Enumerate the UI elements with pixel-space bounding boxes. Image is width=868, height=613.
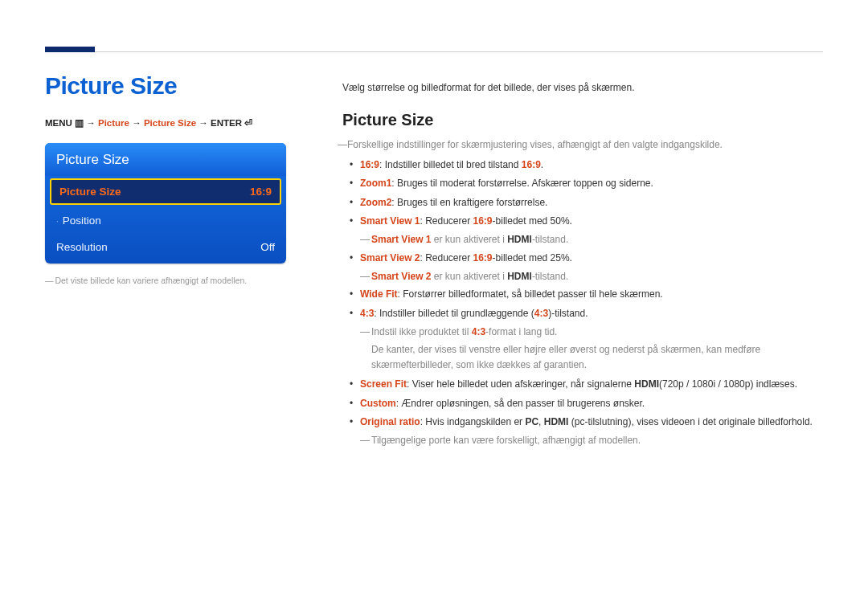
path-picture: Picture (98, 118, 129, 128)
list-item: 4:3: Indstiller billedet til grundlæggen… (360, 306, 823, 321)
arrow-icon: → (199, 118, 211, 128)
list-item: Zoom1: Bruges til moderat forstørrelse. … (360, 176, 823, 191)
section-marker (45, 47, 95, 52)
list-item: Custom: Ændrer opløsningen, så den passe… (360, 396, 823, 411)
osd-title: Picture Size (45, 143, 286, 176)
intro-text: Vælg størrelse og billedformat for det b… (342, 82, 823, 93)
menu-path: MENU ▥ → Picture → Picture Size → ENTER … (45, 117, 307, 129)
arrow-icon: → (132, 118, 144, 128)
submenu-marker-icon: · (56, 217, 59, 226)
option-list: Screen Fit: Viser hele billedet uden afs… (342, 377, 823, 430)
option-list: Wide Fit: Forstørrer billedformatet, så … (342, 287, 823, 321)
osd-row-label: Picture Size (59, 186, 121, 198)
osd-panel: Picture Size Picture Size 16:9 ·Position… (45, 143, 286, 264)
list-item: Screen Fit: Viser hele billedet uden afs… (360, 377, 823, 392)
footnote: ― Det viste billede kan variere afhængig… (45, 275, 307, 286)
osd-row-value: 16:9 (250, 186, 272, 198)
pre-note: ―Forskellige indstillinger for skærmjust… (342, 137, 823, 153)
horizontal-rule (95, 51, 823, 52)
menu-icon: ▥ (75, 117, 84, 129)
sub-note: ―Smart View 2 er kun aktiveret i HDMI-ti… (342, 269, 823, 284)
section-heading: Picture Size (342, 111, 823, 129)
enter-label: ENTER (211, 118, 242, 128)
list-item: Wide Fit: Forstørrer billedformatet, så … (360, 287, 823, 302)
page-title: Picture Size (45, 72, 307, 100)
enter-icon: ⏎ (244, 117, 252, 129)
osd-row-label: Resolution (56, 241, 108, 253)
sub-note: ―Tilgængelige porte kan være forskelligt… (342, 433, 823, 448)
osd-row-position[interactable]: ·Position (45, 207, 286, 234)
list-item: Smart View 1: Reducerer 16:9-billedet me… (360, 214, 823, 229)
option-list: 16:9: Indstiller billedet til bred tilst… (342, 157, 823, 229)
osd-row-value: Off (260, 241, 275, 253)
list-item: Zoom2: Bruges til en kraftigere forstørr… (360, 195, 823, 210)
sub-note: ―Smart View 1 er kun aktiveret i HDMI-ti… (342, 232, 823, 247)
osd-row-resolution[interactable]: Resolution Off (45, 234, 286, 260)
list-item: Original ratio: Hvis indgangskilden er P… (360, 415, 823, 430)
sub-note-body: De kanter, der vises til venstre eller h… (342, 342, 823, 372)
osd-row-picture-size[interactable]: Picture Size 16:9 (50, 178, 281, 205)
list-item: Smart View 2: Reducerer 16:9-billedet me… (360, 251, 823, 266)
path-picture-size: Picture Size (144, 118, 196, 128)
arrow-icon: → (86, 118, 98, 128)
list-item: 16:9: Indstiller billedet til bred tilst… (360, 157, 823, 173)
option-list: Smart View 2: Reducerer 16:9-billedet me… (342, 251, 823, 266)
osd-row-label: ·Position (56, 215, 101, 227)
sub-note: ―Indstil ikke produktet til 4:3-format i… (342, 325, 823, 340)
menu-label: MENU (45, 118, 72, 128)
